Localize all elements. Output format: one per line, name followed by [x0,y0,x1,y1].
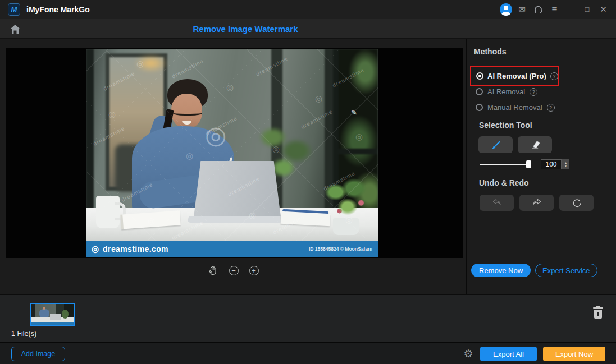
size-stepper[interactable]: ▲ ▼ [562,159,569,169]
dreamstime-brand-bar: ◎ dreamstime.com ID 155845824 © MoonSafa… [86,241,378,257]
methods-heading: Methods [474,47,507,56]
hand-icon [208,265,218,276]
photo-id-text: ID 155845824 © MoonSafarii [309,246,372,252]
method-option-manual-removal[interactable]: Manual Removal ? [476,103,555,112]
menu-button[interactable]: ≡ [546,0,563,19]
nav-bar: Remove Image Watermark [0,19,616,39]
photo-man-glasses [173,109,202,116]
redo-button[interactable] [519,195,554,211]
titlebar-controls: ✉ ≡ — □ ✕ [498,0,612,19]
photo-plant-pot [333,218,359,235]
remove-now-button[interactable]: Remove Now [471,264,531,277]
photo-laptop [194,161,281,217]
home-button[interactable] [9,23,21,35]
pan-tool-button[interactable] [208,265,218,276]
trash-icon [591,304,605,320]
app-window: M iMyFone MarkGo ✉ ≡ [0,0,616,364]
method-label-ai-removal-pro: AI Removal (Pro) [487,72,546,80]
redo-icon [531,198,542,208]
dreamstime-site-text: dreamstime.com [103,245,168,254]
radio-selected-icon[interactable] [476,72,483,80]
help-icon[interactable]: ? [530,88,537,96]
export-all-button[interactable]: Export All [480,347,537,361]
zoom-out-button[interactable]: − [229,266,239,275]
home-icon [9,23,21,35]
brush-size-input[interactable] [541,159,562,169]
brush-size-controls: ▲ ▼ [480,159,569,169]
export-now-button[interactable]: Export Now [543,347,605,361]
photo-mug [96,196,120,228]
canvas-zoom-controls: − + [0,265,466,276]
hamburger-menu-icon: ≡ [552,4,558,15]
minimize-button[interactable]: — [563,0,579,19]
close-icon: ✕ [600,4,607,15]
reset-icon [572,198,582,208]
radio-unselected-icon[interactable] [476,88,483,95]
panel-actions: Remove Now Expert Service [471,264,597,277]
support-button[interactable] [530,0,546,19]
dreamstime-logo-icon: ◎ [92,244,99,254]
file-count-label: 1 File(s) [11,330,36,338]
bottom-toolbar: Add Image ⚙ Export All Export Now [0,342,616,364]
maximize-icon: □ [585,5,590,13]
brush-icon [490,139,501,150]
app-title: iMyFone MarkGo [26,5,90,14]
method-option-ai-removal[interactable]: AI Removal ? [476,87,537,96]
method-option-ai-removal-pro[interactable]: AI Removal (Pro) ? [470,66,559,86]
radio-unselected-icon[interactable] [476,104,483,111]
close-button[interactable]: ✕ [595,0,612,19]
stepper-down-icon[interactable]: ▼ [564,165,567,168]
add-image-button[interactable]: Add Image [11,347,65,361]
expert-service-button[interactable]: Expert Service [535,264,597,277]
method-label-manual-removal: Manual Removal [487,103,542,112]
brush-size-slider[interactable] [480,160,531,168]
slider-track[interactable] [480,164,531,165]
gear-icon: ⚙ [463,347,473,360]
undo-redo-buttons [480,195,594,211]
page-title: Remove Image Watermark [193,24,298,34]
app-logo-glyph: M [11,5,17,13]
thumbnail-preview [31,304,74,325]
minimize-icon: — [567,5,574,13]
feedback-mail-button[interactable]: ✉ [514,0,530,19]
headset-icon [533,5,543,14]
mail-icon: ✉ [518,4,526,15]
brush-tool-button[interactable] [478,136,513,153]
undo-redo-heading: Undo & Redo [479,178,529,187]
photo-preview[interactable]: dreamstime dreamstime dreamstime dreamst… [86,49,378,257]
app-logo-icon: M [8,3,20,16]
eraser-icon [529,139,541,150]
undo-icon [491,198,503,208]
undo-button[interactable] [480,195,514,211]
file-strip: 1 File(s) [0,294,616,342]
export-settings-button[interactable]: ⚙ [462,346,474,361]
help-icon[interactable]: ? [547,104,555,112]
reset-button[interactable] [559,195,594,211]
slider-handle[interactable] [526,160,531,168]
zoom-in-button[interactable]: + [249,266,259,275]
selection-tool-heading: Selection Tool [479,121,532,130]
image-canvas[interactable]: dreamstime dreamstime dreamstime dreamst… [6,48,463,258]
title-bar: M iMyFone MarkGo ✉ ≡ [0,0,616,19]
image-thumbnail[interactable] [30,303,75,326]
right-panel: Methods AI Removal (Pro) ? AI Removal ? … [467,39,616,294]
selection-tools [478,136,552,153]
method-label-ai-removal: AI Removal [487,87,525,96]
editor-area: dreamstime dreamstime dreamstime dreamst… [0,39,466,294]
eraser-tool-button[interactable] [518,136,552,153]
account-button[interactable] [498,0,514,19]
zoom-in-icon: + [252,267,256,274]
help-icon[interactable]: ? [550,72,558,80]
user-avatar-icon [500,3,512,16]
zoom-out-icon: − [231,267,236,274]
maximize-button[interactable]: □ [579,0,595,19]
stepper-up-icon[interactable]: ▲ [564,162,567,164]
delete-file-button[interactable] [591,304,605,320]
